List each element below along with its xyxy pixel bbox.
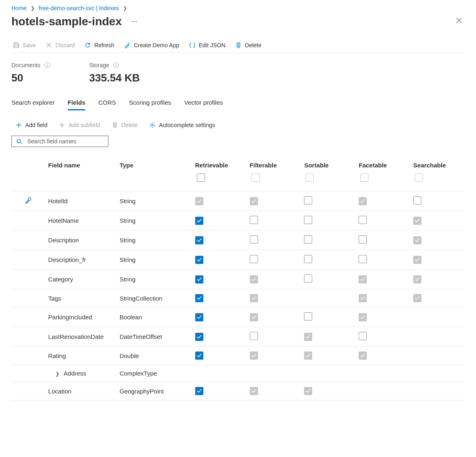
field-name: LastRenovationDate	[48, 333, 104, 340]
field-type: String	[116, 191, 192, 211]
field-type: String	[116, 270, 192, 289]
refresh-button[interactable]: Refresh	[84, 42, 114, 48]
filterable-checkbox	[250, 387, 258, 395]
table-row[interactable]: HotelId String	[11, 191, 465, 211]
tab-vector-profiles[interactable]: Vector profiles	[184, 96, 223, 110]
edit-json-button[interactable]: Edit JSON	[189, 42, 225, 48]
sortable-checkbox[interactable]	[304, 196, 312, 204]
retrievable-checkbox[interactable]	[195, 313, 203, 321]
chevron-right-icon: ❯	[123, 5, 127, 11]
svg-point-0	[152, 124, 153, 126]
add-subfield-label: Add subfield	[68, 122, 100, 128]
add-field-label: Add field	[25, 122, 47, 128]
autocomplete-settings-button[interactable]: Autocomplete settings	[149, 122, 215, 128]
tab-cors[interactable]: CORS	[98, 96, 116, 110]
table-row[interactable]: Category String	[11, 270, 465, 289]
searchable-checkbox	[413, 256, 421, 264]
retrievable-checkbox[interactable]	[195, 294, 203, 302]
table-row[interactable]: Location GeographyPoint	[11, 382, 465, 400]
filterable-checkbox	[250, 313, 258, 321]
select-all-retrievable[interactable]	[197, 174, 205, 182]
retrievable-checkbox[interactable]	[195, 217, 203, 225]
col-searchable: Searchable	[410, 157, 465, 174]
key-icon	[24, 197, 32, 204]
select-all-sortable	[306, 174, 314, 182]
filterable-checkbox[interactable]	[250, 216, 258, 224]
trash-icon	[235, 42, 242, 48]
col-filterable: Filterable	[247, 157, 301, 174]
table-row[interactable]: HotelName String	[11, 211, 465, 231]
delete-field-button: Delete	[112, 122, 138, 128]
searchable-checkbox	[413, 236, 421, 244]
search-input[interactable]	[26, 138, 104, 145]
svg-point-1	[17, 139, 21, 143]
table-row[interactable]: Rating Double	[11, 347, 465, 365]
col-type: Type	[116, 157, 192, 174]
facetable-checkbox	[359, 197, 367, 205]
wand-icon	[124, 42, 130, 48]
retrievable-checkbox[interactable]	[195, 387, 203, 395]
table-row[interactable]: ParkingIncluded Boolean	[11, 308, 465, 327]
fields-toolbar: Add field Add subfield Delete Autocomple…	[11, 110, 465, 136]
searchable-checkbox[interactable]	[413, 196, 421, 204]
close-button[interactable]	[453, 15, 465, 28]
chevron-right-icon[interactable]: ❯	[55, 371, 60, 377]
sortable-checkbox[interactable]	[304, 312, 312, 321]
delete-field-label: Delete	[121, 122, 138, 128]
filterable-checkbox	[250, 197, 258, 205]
autocomplete-label: Autocomplete settings	[159, 122, 215, 128]
retrievable-checkbox[interactable]	[195, 256, 203, 264]
table-row[interactable]: Description_fr String	[11, 250, 465, 270]
table-row[interactable]: ❯Address ComplexType	[11, 365, 465, 382]
chevron-right-icon: ❯	[31, 5, 35, 11]
search-icon	[16, 138, 22, 145]
delete-label: Delete	[245, 42, 261, 48]
sortable-checkbox	[304, 352, 312, 360]
retrievable-checkbox[interactable]	[195, 352, 203, 360]
filterable-checkbox[interactable]	[250, 235, 258, 244]
field-name: Rating	[48, 352, 66, 359]
edit-json-label: Edit JSON	[199, 42, 225, 48]
tab-fields[interactable]: Fields	[68, 96, 85, 110]
filterable-checkbox	[250, 275, 258, 283]
delete-button[interactable]: Delete	[235, 42, 261, 48]
more-actions-button[interactable]: ···	[129, 17, 140, 26]
filterable-checkbox[interactable]	[250, 255, 258, 263]
refresh-icon	[84, 42, 91, 48]
tab-scoring-profiles[interactable]: Scoring profiles	[129, 96, 171, 110]
add-field-button[interactable]: Add field	[15, 122, 47, 128]
tabs: Search explorer Fields CORS Scoring prof…	[11, 96, 465, 110]
facetable-checkbox[interactable]	[359, 332, 367, 340]
sortable-checkbox[interactable]	[304, 216, 312, 224]
sortable-checkbox[interactable]	[304, 255, 312, 263]
sortable-checkbox[interactable]	[304, 275, 312, 283]
create-demo-app-button[interactable]: Create Demo App	[124, 42, 179, 48]
search-field-names[interactable]	[11, 136, 108, 147]
filterable-checkbox[interactable]	[250, 332, 258, 340]
breadcrumb-home[interactable]: Home	[11, 5, 26, 11]
retrievable-checkbox[interactable]	[195, 333, 203, 341]
add-subfield-button: Add subfield	[59, 122, 100, 128]
field-type: String	[116, 211, 192, 231]
braces-icon	[189, 42, 196, 48]
table-row[interactable]: Tags StringCollection	[11, 289, 465, 308]
field-name: Description_fr	[48, 256, 86, 263]
col-facetable: Facetable	[355, 157, 410, 174]
breadcrumb-service[interactable]: free-demo-search-svc | Indexes	[39, 5, 119, 11]
table-row[interactable]: LastRenovationDate DateTimeOffset	[11, 327, 465, 347]
facetable-checkbox[interactable]	[359, 255, 367, 263]
retrievable-checkbox[interactable]	[195, 275, 203, 283]
info-icon[interactable]: i	[44, 62, 50, 68]
storage-label: Storage	[89, 62, 109, 68]
facetable-checkbox[interactable]	[359, 216, 367, 224]
page-title-text: hotels-sample-index	[11, 15, 122, 28]
save-label: Save	[23, 42, 36, 48]
table-row[interactable]: Description String	[11, 231, 465, 250]
retrievable-checkbox[interactable]	[195, 236, 203, 244]
facetable-checkbox[interactable]	[359, 235, 367, 244]
info-icon[interactable]: i	[113, 62, 119, 68]
plus-icon	[15, 122, 22, 128]
sortable-checkbox[interactable]	[304, 235, 312, 244]
save-button: Save	[13, 42, 36, 48]
tab-search-explorer[interactable]: Search explorer	[11, 96, 55, 110]
